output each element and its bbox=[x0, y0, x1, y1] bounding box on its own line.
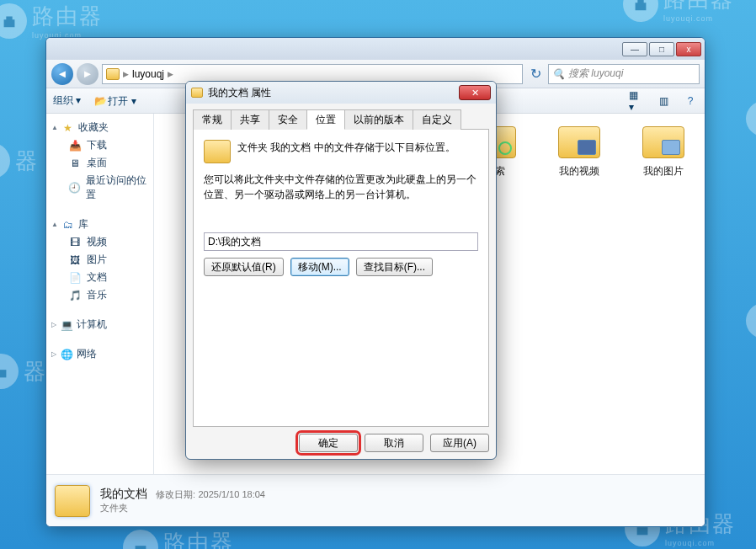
window-titlebar: — □ x bbox=[46, 38, 705, 60]
item-label: 我的视频 bbox=[559, 164, 599, 179]
sidebar-item-desktop[interactable]: 🖥桌面 bbox=[50, 154, 150, 172]
address-segment[interactable]: luyouqj bbox=[132, 68, 164, 80]
search-input[interactable]: 🔍 搜索 luyouqi bbox=[548, 64, 700, 84]
libraries-header[interactable]: ▲🗂库 bbox=[50, 216, 150, 233]
tab-general[interactable]: 常规 bbox=[193, 109, 232, 130]
downloads-icon: 📥 bbox=[68, 139, 82, 152]
wallpaper-logo: 路由器luyouqi.com bbox=[0, 2, 103, 40]
tab-previous-versions[interactable]: 以前的版本 bbox=[344, 109, 413, 130]
network-icon: 🌐 bbox=[60, 348, 73, 361]
music-icon: 🎵 bbox=[68, 289, 82, 302]
properties-dialog: 我的文档 属性 ✕ 常规 共享 安全 位置 以前的版本 自定义 文件夹 我的文档… bbox=[185, 81, 497, 460]
location-line2: 您可以将此文件夹中文件存储的位置更改为此硬盘上的另一个位置、另一个驱动器或网络上… bbox=[204, 172, 478, 202]
picture-icon: 🖼 bbox=[68, 253, 82, 267]
tab-location[interactable]: 位置 bbox=[306, 109, 345, 130]
open-icon: 📂 bbox=[93, 93, 108, 109]
item-label: 我的图片 bbox=[643, 164, 684, 179]
details-pane: 我的文档 修改日期: 2025/1/10 18:04 文件夹 bbox=[46, 474, 705, 526]
folder-icon bbox=[204, 140, 231, 163]
help-button[interactable]: ? bbox=[683, 93, 698, 109]
computer-icon: 💻 bbox=[60, 318, 73, 332]
close-button[interactable]: x bbox=[676, 42, 701, 56]
chevron-right-icon: ▶ bbox=[168, 70, 173, 78]
wallpaper-logo: 路由器luyouqi.com bbox=[123, 528, 234, 549]
wallpaper-logo bbox=[746, 303, 756, 338]
folder-item-my-pictures[interactable]: 我的图片 bbox=[632, 124, 695, 179]
wallpaper-logo: 器 bbox=[0, 143, 39, 179]
minimize-button[interactable]: — bbox=[622, 42, 647, 56]
sidebar-item-downloads[interactable]: 📥下载 bbox=[50, 136, 150, 154]
refresh-button[interactable]: ↻ bbox=[526, 66, 545, 82]
tab-sharing[interactable]: 共享 bbox=[231, 109, 269, 130]
search-icon: 🔍 bbox=[552, 68, 565, 80]
forward-button[interactable]: ► bbox=[77, 63, 98, 85]
sidebar-item-documents[interactable]: 📄文档 bbox=[50, 269, 150, 286]
network-header[interactable]: ▷🌐网络 bbox=[50, 345, 150, 363]
find-target-button[interactable]: 查找目标(F)... bbox=[356, 258, 433, 276]
sidebar-item-videos[interactable]: 🎞视频 bbox=[50, 233, 150, 251]
computer-header[interactable]: ▷💻计算机 bbox=[50, 316, 150, 333]
dialog-title: 我的文档 属性 bbox=[208, 86, 271, 100]
wallpaper-logo bbox=[746, 101, 756, 136]
video-icon: 🎞 bbox=[68, 236, 82, 249]
desktop-icon: 🖥 bbox=[68, 157, 82, 170]
tab-page-location: 文件夹 我的文档 中的文件存储于以下目标位置。 您可以将此文件夹中文件存储的位置… bbox=[193, 130, 489, 427]
details-name: 我的文档 bbox=[100, 487, 147, 500]
navigation-pane: ▲★收藏夹 📥下载 🖥桌面 🕘最近访问的位置 ▲🗂库 🎞视频 🖼图片 📄文档 🎵… bbox=[46, 114, 154, 474]
restore-defaults-button[interactable]: 还原默认值(R) bbox=[204, 258, 284, 276]
details-type: 文件夹 bbox=[100, 502, 265, 514]
tab-security[interactable]: 安全 bbox=[269, 109, 307, 130]
favorites-header[interactable]: ▲★收藏夹 bbox=[50, 119, 150, 136]
path-input[interactable] bbox=[204, 232, 478, 251]
document-icon: 📄 bbox=[68, 271, 82, 285]
organize-menu[interactable]: 组织 ▾ bbox=[53, 93, 81, 108]
maximize-button[interactable]: □ bbox=[649, 42, 674, 56]
open-menu[interactable]: 📂打开 ▾ bbox=[93, 93, 136, 109]
chevron-right-icon: ▶ bbox=[123, 70, 129, 78]
sidebar-item-recent[interactable]: 🕘最近访问的位置 bbox=[50, 172, 150, 204]
tabs-row: 常规 共享 安全 位置 以前的版本 自定义 bbox=[193, 109, 489, 130]
cancel-button[interactable]: 取消 bbox=[365, 434, 423, 452]
ok-button[interactable]: 确定 bbox=[299, 434, 358, 452]
sidebar-item-pictures[interactable]: 🖼图片 bbox=[50, 251, 150, 269]
folder-thumbnail-icon bbox=[55, 485, 90, 517]
back-button[interactable]: ◄ bbox=[51, 63, 73, 85]
view-options-button[interactable]: ▦ ▾ bbox=[629, 93, 644, 109]
wallpaper-logo: 器 bbox=[0, 354, 47, 389]
folder-icon bbox=[106, 68, 120, 80]
move-button[interactable]: 移动(M)... bbox=[290, 258, 349, 276]
location-line1: 文件夹 我的文档 中的文件存储于以下目标位置。 bbox=[237, 140, 455, 163]
preview-pane-button[interactable]: ▥ bbox=[656, 93, 671, 109]
dialog-actions: 确定 取消 应用(A) bbox=[193, 427, 489, 452]
dialog-close-button[interactable]: ✕ bbox=[459, 85, 491, 100]
sidebar-item-music[interactable]: 🎵音乐 bbox=[50, 286, 150, 304]
tab-customize[interactable]: 自定义 bbox=[413, 109, 461, 130]
dialog-titlebar: 我的文档 属性 ✕ bbox=[186, 82, 496, 104]
search-placeholder: 搜索 luyouqi bbox=[568, 67, 623, 81]
folder-icon bbox=[191, 88, 203, 98]
star-icon: ★ bbox=[61, 121, 75, 135]
folder-item-my-videos[interactable]: 我的视频 bbox=[548, 124, 610, 179]
wallpaper-logo: 路由器luyouqi.com bbox=[623, 0, 734, 23]
apply-button[interactable]: 应用(A) bbox=[430, 434, 489, 452]
library-icon: 🗂 bbox=[61, 218, 75, 232]
recent-icon: 🕘 bbox=[68, 181, 81, 195]
